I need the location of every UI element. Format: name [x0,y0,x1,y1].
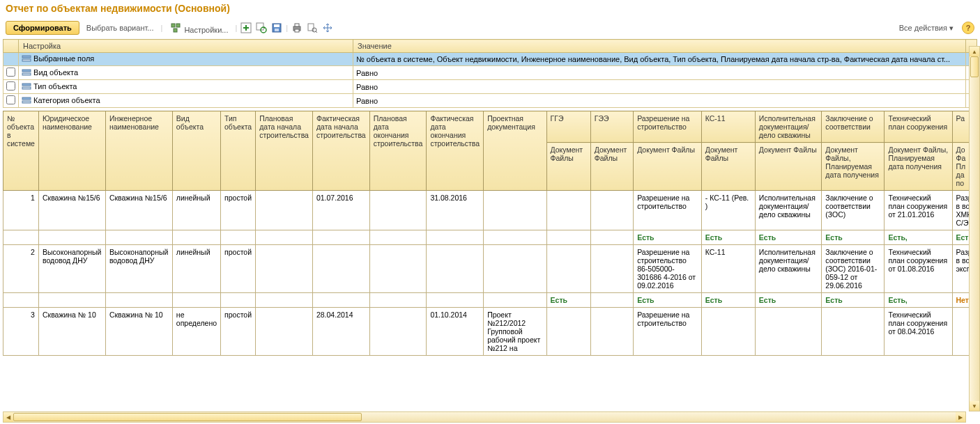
column-header[interactable]: Юридическое наименование [38,111,105,191]
cell: не определено [172,308,220,356]
column-header[interactable]: Фактическая дата окончания строительства [427,111,484,191]
help-icon[interactable]: ? [962,22,974,34]
status-cell: Есть [755,293,821,308]
settings-row[interactable]: Тип объектаРавно [3,80,977,94]
cell: - КС-11 (Рев. ) [701,191,755,230]
cell: Технический план сооружения от 01.08.201… [885,245,952,293]
scroll-thumb[interactable] [13,413,362,421]
cell: Скважина № 10 [105,308,172,356]
report-table: № объекта в системеЮридическое наименова… [3,111,977,356]
cell: 28.04.2014 [312,308,369,356]
column-header[interactable]: Исполнительная документация/дело скважин… [755,111,821,143]
cell: Скважина № 10 [38,308,105,356]
svg-rect-22 [22,73,31,75]
status-cell: Есть [701,230,755,245]
column-subheader[interactable]: Документ Файлы [755,143,821,191]
cell [546,308,590,356]
cell: 2 [3,245,39,293]
column-header[interactable]: Плановая дата начала строительства [256,111,313,191]
column-header[interactable]: Разрешение на строительство [634,111,702,143]
cell: Разрешение на строительство 86-505000-30… [634,245,702,293]
field-icon [22,68,31,78]
settings-value[interactable]: Равно [353,80,966,94]
save-icon[interactable] [270,22,283,34]
cell: Исполнительная документация/дело скважин… [755,191,821,230]
table-row[interactable]: 1Скважина №15/6Скважина №15/6линейныйпро… [3,191,977,230]
move-icon[interactable] [321,22,334,34]
table-refresh-icon[interactable] [255,22,268,34]
column-header[interactable]: Заключение о соответствии [822,111,885,143]
settings-value[interactable]: Равно [353,66,966,80]
cell [590,245,633,293]
settings-value[interactable]: Равно [353,94,966,108]
preview-icon[interactable] [306,22,319,34]
settings-checkbox[interactable] [6,68,15,77]
cell: Технический план сооружения от 21.01.201… [885,191,952,230]
column-subheader[interactable]: Документ Файлы [546,143,590,191]
status-row: ЕстьЕстьЕстьЕстьЕстьЕсть,Нет, [3,293,977,308]
svg-rect-13 [295,29,299,32]
status-cell: Есть, [885,293,952,308]
column-header[interactable]: № объекта в системе [3,111,39,191]
svg-rect-6 [257,23,263,30]
column-subheader[interactable]: Документ Файлы [701,143,755,191]
svg-rect-10 [275,29,279,31]
settings-checkbox[interactable] [6,81,15,91]
cell [590,191,633,230]
column-subheader[interactable]: Документ Файлы [634,143,702,191]
settings-button[interactable]: Настройки... [165,19,232,36]
scroll-right-icon[interactable]: ▶ [956,412,965,422]
cell [427,245,484,293]
status-cell [590,293,633,308]
column-header[interactable]: Проектная документация [484,111,546,191]
column-header[interactable]: Тип объекта [221,111,256,191]
settings-row[interactable]: Вид объектаРавно [3,66,977,80]
vertical-scrollbar[interactable]: ▲ ▼ [969,46,980,411]
column-subheader[interactable]: Документ Файлы, Планируемая дата получен… [885,143,952,191]
separator-icon: | [160,24,162,32]
settings-checkbox[interactable] [6,95,15,104]
table-row[interactable]: 3Скважина № 10Скважина № 10не определено… [3,308,977,356]
status-cell: Есть [546,293,590,308]
scroll-thumb[interactable] [970,56,979,77]
cell: Заключение о соответствии (ЗОС) 2016-01-… [822,245,885,293]
cell: 01.07.2016 [312,191,369,230]
column-header[interactable]: КС-11 [701,111,755,143]
field-icon [22,96,31,106]
column-header[interactable]: ГЭЭ [590,111,633,143]
column-header[interactable]: Фактическая дата начала строительства [312,111,369,191]
separator-icon: | [235,24,237,32]
column-header[interactable]: Вид объекта [172,111,220,191]
cell: 3 [3,308,39,356]
cell: Разрешение на строительство [634,191,702,230]
scroll-up-icon[interactable]: ▲ [970,47,979,56]
column-header[interactable]: Технический план сооружения [885,111,952,143]
select-variant-button[interactable]: Выбрать вариант... [82,22,158,34]
settings-row[interactable]: Выбранные поля№ объекта в системе, Объек… [3,53,977,66]
generate-button[interactable]: Сформировать [6,21,79,35]
horizontal-scrollbar[interactable]: ◀ ▶ [3,411,966,423]
svg-rect-21 [22,70,31,72]
svg-rect-25 [22,97,31,100]
all-actions-button[interactable]: Все действия ▾ [895,22,958,35]
status-row: ЕстьЕстьЕстьЕстьЕсть,Есть [3,230,977,245]
svg-line-16 [316,31,317,33]
cell [546,245,590,293]
column-header[interactable]: ГГЭ [546,111,590,143]
table-row[interactable]: 2Высоконапорный водовод ДНУВысоконапорны… [3,245,977,293]
column-header[interactable]: Плановая дата окончания строительства [369,111,427,191]
cell [755,308,821,356]
settings-value[interactable]: № объекта в системе, Объект недвижимости… [353,53,966,66]
add-icon[interactable] [240,22,252,34]
status-cell: Есть [755,230,821,245]
column-subheader[interactable]: Документ Файлы [590,143,633,191]
status-cell: Есть [822,293,885,308]
scroll-left-icon[interactable]: ◀ [3,412,13,422]
cell: Технический план сооружения от 08.04.201… [885,308,952,356]
settings-row[interactable]: Категория объектаРавно [3,94,977,108]
column-header[interactable]: Инженерное наименование [105,111,172,191]
cell: Высоконапорный водовод ДНУ [105,245,172,293]
scroll-down-icon[interactable]: ▼ [970,401,979,411]
column-subheader[interactable]: Документ Файлы, Планируемая дата получен… [822,143,885,191]
print-icon[interactable] [291,22,303,34]
